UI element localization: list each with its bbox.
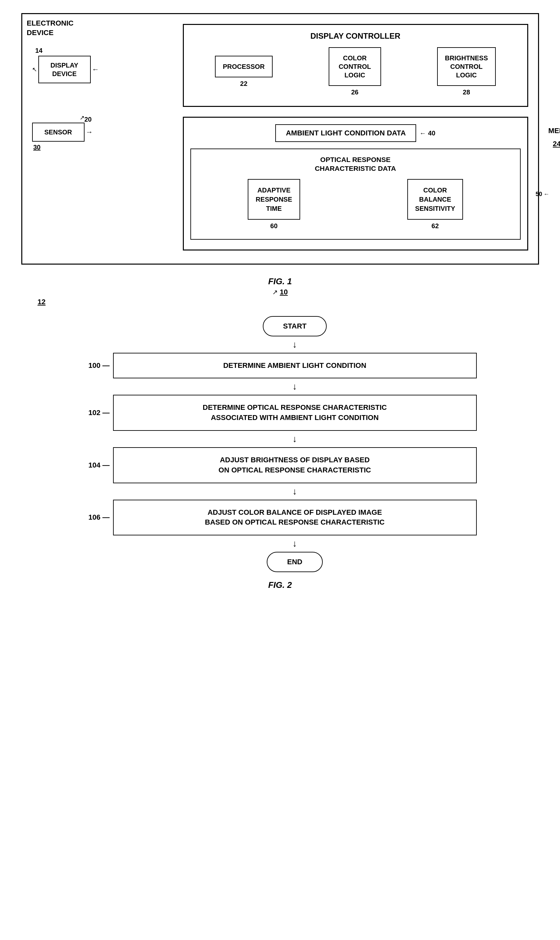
brightness-control-box: BRIGHTNESSCONTROLLOGIC bbox=[437, 47, 496, 86]
outer-device-box: ELECTRONICDEVICE DISPLAY CONTROLLER PROC… bbox=[21, 13, 539, 265]
processor-number: 22 bbox=[215, 80, 272, 88]
end-oval: END bbox=[267, 552, 322, 572]
ambient-light-data-box: AMBIENT LIGHT CONDITION DATA bbox=[275, 124, 416, 142]
arrow-20-icon: ↗ bbox=[80, 114, 85, 121]
outer-device-number: 12 bbox=[38, 298, 46, 306]
flow-step-104: 104 — ADJUST BRIGHTNESS OF DISPLAY BASED… bbox=[83, 447, 477, 483]
arrow-after-start: ↓ bbox=[83, 336, 477, 353]
sensor-number: 30 bbox=[34, 143, 41, 151]
step-102-number: 102 — bbox=[83, 408, 110, 417]
arrow-after-100: ↓ bbox=[83, 378, 477, 395]
memory-box: AMBIENT LIGHT CONDITION DATA ← 40 OPTICA… bbox=[183, 117, 528, 251]
arrow-after-104: ↓ bbox=[83, 483, 477, 500]
fig1-diagram: ELECTRONICDEVICE DISPLAY CONTROLLER PROC… bbox=[21, 13, 539, 296]
step-104-number: 104 — bbox=[83, 461, 110, 470]
fig1-number: 10 bbox=[280, 288, 288, 296]
fig1-arrow-icon: ↗ bbox=[272, 288, 278, 296]
optical-arrow-number: 50 bbox=[535, 191, 542, 197]
electronic-device-label: ELECTRONICDEVICE bbox=[27, 19, 74, 37]
arrow-after-102: ↓ bbox=[83, 431, 477, 447]
step-106-box: ADJUST COLOR BALANCE OF DISPLAYED IMAGEB… bbox=[113, 500, 477, 536]
ambient-light-number: 40 bbox=[428, 129, 435, 137]
optical-response-box: OPTICAL RESPONSECHARACTERISTIC DATA ADAP… bbox=[191, 148, 521, 240]
flow-step-102: 102 — DETERMINE OPTICAL RESPONSE CHARACT… bbox=[83, 395, 477, 431]
start-oval-row: START bbox=[83, 316, 477, 336]
display-controller-box: DISPLAY CONTROLLER PROCESSOR 22 COLORCON… bbox=[183, 24, 528, 107]
color-balance-sensitivity-box: COLORBALANCESENSITIVITY bbox=[407, 179, 463, 220]
processor-box: PROCESSOR bbox=[215, 56, 272, 77]
flow-step-100: 100 — DETERMINE AMBIENT LIGHT CONDITION bbox=[83, 353, 477, 379]
fig1-caption: FIG. 1 bbox=[268, 276, 292, 287]
display-device-number-label: 14 bbox=[35, 47, 43, 54]
end-oval-row: END bbox=[83, 552, 477, 572]
alcd-row: AMBIENT LIGHT CONDITION DATA ← 40 bbox=[191, 124, 521, 142]
color-balance-number: 62 bbox=[407, 222, 463, 230]
step-100-box: DETERMINE AMBIENT LIGHT CONDITION bbox=[113, 353, 477, 379]
memory-label: MEMORY bbox=[548, 126, 560, 135]
step-102-box: DETERMINE OPTICAL RESPONSE CHARACTERISTI… bbox=[113, 395, 477, 431]
brightness-control-number: 28 bbox=[437, 88, 496, 96]
adaptive-response-time-box: ADAPTIVERESPONSETIME bbox=[248, 179, 300, 220]
step-106-number: 106 — bbox=[83, 513, 110, 522]
memory-number: 24 bbox=[553, 140, 560, 148]
sensor-box: SENSOR bbox=[32, 123, 85, 142]
optical-response-title: OPTICAL RESPONSECHARACTERISTIC DATA bbox=[198, 155, 514, 173]
display-device-box: DISPLAYDEVICE bbox=[38, 56, 91, 83]
flow-step-106: 106 — ADJUST COLOR BALANCE OF DISPLAYED … bbox=[83, 500, 477, 536]
start-oval: START bbox=[263, 316, 327, 336]
color-control-number: 26 bbox=[329, 88, 381, 96]
fig2-diagram: START ↓ 100 — DETERMINE AMBIENT LIGHT CO… bbox=[83, 316, 477, 590]
step-100-number: 100 — bbox=[83, 361, 110, 370]
arrow-after-106: ↓ bbox=[83, 535, 477, 552]
arrow-20-label: 20 bbox=[85, 116, 92, 123]
color-control-box: COLORCONTROLLOGIC bbox=[329, 47, 381, 86]
step-104-box: ADJUST BRIGHTNESS OF DISPLAY BASEDON OPT… bbox=[113, 447, 477, 483]
display-controller-title: DISPLAY CONTROLLER bbox=[191, 31, 521, 41]
adaptive-response-number: 60 bbox=[248, 222, 300, 230]
fig2-caption: FIG. 2 bbox=[83, 580, 477, 590]
